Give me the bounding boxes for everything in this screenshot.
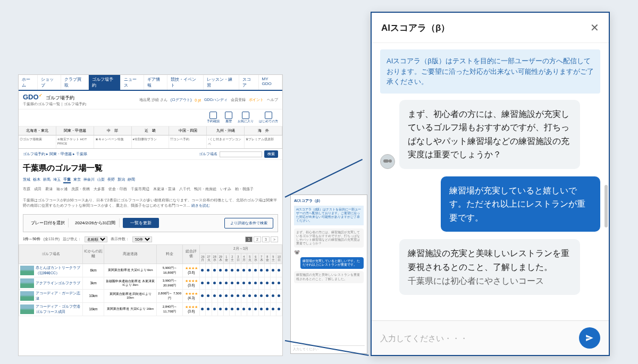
availability-dot[interactable]	[254, 294, 257, 297]
promo-link[interactable]: ↑くじ付きオープンコンペ	[207, 136, 245, 148]
availability-dot[interactable]	[231, 308, 233, 310]
promo-link[interactable]: ♛プレミアム倶楽部	[245, 136, 282, 148]
area-tab[interactable]: 群馬	[43, 177, 51, 183]
availability-dot[interactable]	[254, 308, 257, 310]
availability-dot[interactable]	[242, 308, 245, 310]
availability-dot[interactable]	[213, 308, 216, 310]
page-link[interactable]: 2	[254, 236, 261, 242]
availability-dot[interactable]	[266, 294, 268, 297]
availability-dot[interactable]	[254, 269, 257, 272]
course-name[interactable]: アコーディア・ゴルフ空港ゴルフコース成田	[36, 304, 81, 315]
region-tab[interactable]: 海 外	[245, 126, 282, 135]
area-tab[interactable]: 新潟	[117, 177, 125, 183]
nav-item[interactable]: ゴルフ場予約	[89, 75, 121, 90]
availability-dot[interactable]	[248, 282, 251, 284]
table-row[interactable]: 赤とんぼカントリークラブ（旧神崎CC）6km東関東自動車道 大栄ICより 6km…	[19, 264, 282, 277]
availability-dot[interactable]	[248, 269, 251, 272]
search-button[interactable]: 検索	[264, 150, 278, 158]
breadcrumb-item[interactable]: 関東・甲信越	[49, 152, 72, 156]
handy[interactable]: GDOハンディ	[204, 97, 228, 103]
availability-dot[interactable]	[231, 294, 233, 297]
read-more-link[interactable]: 続きを読む	[191, 204, 210, 207]
availability-dot[interactable]	[201, 294, 204, 297]
scrollbar[interactable]	[605, 185, 608, 227]
update-list-button[interactable]: 一覧を更新	[123, 218, 159, 228]
nav-item[interactable]: ニュース	[121, 75, 144, 90]
availability-dot[interactable]	[272, 308, 274, 310]
perpage-select[interactable]: 50件	[132, 236, 152, 242]
page-link[interactable]: 3	[262, 236, 270, 242]
header-icon[interactable]: 予約確認	[207, 112, 220, 124]
availability-dot[interactable]	[201, 269, 204, 272]
breadcrumb-item[interactable]: ゴルフ場予約	[23, 152, 45, 156]
nav-item[interactable]: ショップ	[38, 75, 61, 90]
availability-dot[interactable]	[225, 294, 228, 297]
logout-link[interactable]: (ログアウト)	[171, 97, 192, 103]
area-tab[interactable]: 千葉	[63, 177, 71, 183]
availability-dot[interactable]	[242, 269, 245, 272]
date-range-value[interactable]: 2024/2/26から31日間	[72, 218, 120, 227]
table-row[interactable]: アコーディア・ゴルフ空港ゴルフコース成田16km東関東自動車道 大栄ICより 1…	[19, 302, 282, 316]
send-button[interactable]	[579, 327, 600, 349]
nav-item[interactable]: MY GDO	[259, 75, 282, 90]
nav-item[interactable]: スコア	[239, 75, 258, 90]
promo-link[interactable]: ▤コンペ予約	[169, 136, 207, 148]
area-tab[interactable]: 山梨	[97, 177, 105, 183]
availability-dot[interactable]	[201, 282, 204, 284]
table-row[interactable]: アコーディア・ガーデン志津10km東関東自動車道 四街道ICより 10km2,8…	[19, 289, 282, 302]
availability-dot[interactable]	[237, 294, 239, 297]
availability-dot[interactable]	[237, 269, 239, 272]
availability-dot[interactable]	[242, 282, 245, 284]
availability-dot[interactable]	[242, 294, 245, 297]
availability-dot[interactable]	[219, 294, 222, 297]
member-reg[interactable]: 会員登録	[231, 97, 246, 103]
area-tab[interactable]: 長野	[107, 177, 115, 183]
area-tab[interactable]: 栃木	[33, 177, 40, 183]
availability-dot[interactable]	[278, 282, 280, 284]
close-icon[interactable]: ✕	[590, 21, 599, 34]
table-row[interactable]: アクアラインゴルフクラブ3km首都圏中央連絡自動車道 木更津東ICより 3km3…	[19, 277, 282, 289]
availability-dot[interactable]	[219, 282, 222, 284]
promo-link[interactable]: ◎ゴルフ場検索	[19, 136, 56, 148]
availability-dot[interactable]	[266, 308, 268, 310]
area-tab[interactable]: 東京	[73, 177, 81, 183]
header-icon[interactable]: はじめての方	[259, 112, 278, 124]
promo-link[interactable]: ★キャンペーン特集	[94, 136, 132, 148]
header-icon[interactable]: 履歴	[225, 112, 232, 124]
area-tab[interactable]: 神奈川	[83, 177, 95, 183]
availability-dot[interactable]	[266, 282, 268, 284]
region-tab[interactable]: 中 部	[94, 126, 132, 135]
sub-area-links[interactable]: 市原 成田 君津 袖ヶ浦 茂原・長柄 大多喜 佐倉・印西 千葉市周辺 木更津・富…	[19, 184, 282, 194]
availability-dot[interactable]	[213, 269, 216, 272]
availability-dot[interactable]	[260, 269, 263, 272]
availability-dot[interactable]	[278, 294, 280, 297]
availability-dot[interactable]	[225, 269, 228, 272]
nav-item[interactable]: レッスン・練習	[204, 75, 239, 90]
availability-dot[interactable]	[219, 308, 222, 310]
page-link[interactable]: 1	[245, 236, 253, 242]
page-link[interactable]: >	[271, 236, 278, 242]
points-link[interactable]: ポイント	[249, 97, 264, 103]
header-icon[interactable]: お気に入り	[238, 112, 254, 124]
course-name[interactable]: 赤とんぼカントリークラブ（旧神崎CC）	[36, 265, 81, 276]
course-name-input[interactable]	[220, 151, 262, 157]
detailed-search-button[interactable]: より詳細な条件で検索	[224, 218, 273, 228]
availability-dot[interactable]	[207, 269, 209, 272]
sort-select[interactable]: 名称順	[85, 236, 107, 242]
availability-dot[interactable]	[237, 308, 239, 310]
availability-dot[interactable]	[248, 294, 251, 297]
availability-dot[interactable]	[213, 282, 216, 284]
region-tab[interactable]: 近 畿	[132, 126, 170, 135]
nav-item[interactable]: クラブ買取	[61, 75, 89, 90]
help-link[interactable]: ヘルプ	[267, 97, 278, 103]
availability-dot[interactable]	[207, 282, 209, 284]
availability-dot[interactable]	[207, 294, 209, 297]
area-tab[interactable]: 茨城	[23, 177, 30, 183]
nav-item[interactable]: ギア情報	[144, 75, 167, 90]
date-select-label[interactable]: プレー日付を選択	[28, 218, 69, 227]
availability-dot[interactable]	[254, 282, 257, 284]
area-tab[interactable]: 埼玉	[53, 177, 61, 183]
availability-dot[interactable]	[207, 308, 209, 310]
region-tab[interactable]: 中国・四国	[169, 126, 207, 135]
availability-dot[interactable]	[272, 269, 274, 272]
